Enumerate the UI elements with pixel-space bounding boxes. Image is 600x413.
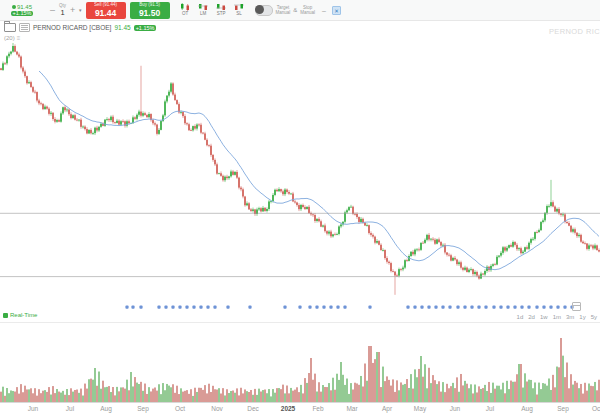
- range-1y-button[interactable]: 1y: [579, 314, 585, 320]
- change-badge: +1.15%: [11, 11, 34, 17]
- target-mode-label[interactable]: Manual: [276, 10, 291, 15]
- event-dot[interactable]: [125, 306, 128, 309]
- event-dot[interactable]: [549, 306, 552, 309]
- range-5y-button[interactable]: 5y: [591, 314, 597, 320]
- event-dot[interactable]: [492, 306, 495, 309]
- event-dot[interactable]: [420, 306, 423, 309]
- order-type-glyph-icon: [180, 3, 191, 11]
- event-dot[interactable]: [178, 306, 181, 309]
- event-dot[interactable]: [343, 306, 346, 309]
- buy-button[interactable]: Buy (91.5) 91.50: [130, 2, 170, 19]
- event-dot[interactable]: [368, 306, 371, 309]
- range-3m-button[interactable]: 3m: [566, 314, 574, 320]
- volume-pane-label: Real-Time: [3, 312, 37, 318]
- event-dot[interactable]: [499, 306, 502, 309]
- stop-mode-label[interactable]: Manual: [300, 10, 315, 15]
- range-1m-button[interactable]: 1m: [553, 314, 561, 320]
- event-dot[interactable]: [206, 306, 209, 309]
- event-dot[interactable]: [171, 306, 174, 309]
- event-dot[interactable]: [427, 306, 430, 309]
- ampersand-label: &: [293, 7, 297, 13]
- event-dot[interactable]: [164, 306, 167, 309]
- event-dot[interactable]: [329, 306, 332, 309]
- status-dot-icon: [12, 5, 16, 9]
- quantity-value[interactable]: 1: [60, 9, 64, 17]
- event-dot[interactable]: [527, 306, 530, 309]
- event-dot[interactable]: [248, 306, 251, 309]
- realtime-label: Real-Time: [10, 312, 37, 318]
- event-dot[interactable]: [413, 306, 416, 309]
- event-dot[interactable]: [542, 306, 545, 309]
- event-dot[interactable]: [185, 306, 188, 309]
- axis-month-label: Oct: [592, 405, 600, 412]
- watchlist-icon[interactable]: [19, 23, 30, 32]
- target-stop-controls: Target Manual & Stop Manual: [255, 5, 316, 16]
- axis-month-label: Jul: [486, 405, 495, 412]
- order-type-lm-button[interactable]: LM: [196, 3, 211, 17]
- target-stop-toggle[interactable]: [255, 5, 273, 16]
- event-dot[interactable]: [441, 306, 444, 309]
- event-dot[interactable]: [322, 306, 325, 309]
- x-axis-labels: JunJulAugSepOctNovDec2025FebMarAprMayJun…: [28, 405, 600, 413]
- buy-price: 91.50: [139, 9, 160, 18]
- price-lines: [0, 213, 600, 276]
- indicator-row: (20) ≡: [4, 35, 20, 41]
- axis-month-label: Sep: [137, 405, 149, 413]
- event-dot[interactable]: [157, 306, 160, 309]
- axis-month-label: Dec: [247, 405, 259, 412]
- quantity-stepper: – Qty 1 + ▾: [48, 4, 82, 16]
- event-dot[interactable]: [139, 306, 142, 309]
- event-dot[interactable]: [336, 306, 339, 309]
- event-dot[interactable]: [520, 306, 523, 309]
- quantity-caret-icon[interactable]: ▾: [79, 7, 82, 13]
- order-type-ot-button[interactable]: OT: [178, 3, 193, 17]
- event-dot[interactable]: [470, 306, 473, 309]
- order-type-stp-button[interactable]: STP: [214, 3, 229, 17]
- close-widget-button[interactable]: ✕: [332, 6, 341, 15]
- event-dot[interactable]: [315, 306, 318, 309]
- price-chart[interactable]: JunJulAugSepOctNovDec2025FebMarAprMayJun…: [0, 0, 600, 413]
- event-dot[interactable]: [308, 306, 311, 309]
- minimize-widget-button[interactable]: –: [322, 7, 326, 14]
- event-dot[interactable]: [298, 306, 301, 309]
- event-dot[interactable]: [283, 306, 286, 309]
- event-dot[interactable]: [448, 306, 451, 309]
- axis-month-label: Sep: [557, 405, 569, 413]
- event-dot[interactable]: [506, 306, 509, 309]
- quantity-minus-button[interactable]: –: [48, 6, 57, 15]
- event-dot[interactable]: [213, 306, 216, 309]
- event-dot[interactable]: [484, 306, 487, 309]
- event-dot[interactable]: [434, 306, 437, 309]
- event-dot[interactable]: [535, 306, 538, 309]
- event-dot[interactable]: [406, 306, 409, 309]
- trading-platform-window: 91.45 +1.15% – Qty 1 + ▾ Sell (91.44) 91…: [0, 0, 600, 413]
- instrument-name[interactable]: PERNOD RICARD [CBOE]: [33, 24, 111, 31]
- quantity-plus-button[interactable]: +: [68, 6, 77, 15]
- event-dot[interactable]: [192, 306, 195, 309]
- event-dot[interactable]: [556, 306, 559, 309]
- event-dot[interactable]: [226, 306, 229, 309]
- range-2d-button[interactable]: 2d: [528, 314, 535, 320]
- sell-button[interactable]: Sell (91.44) 91.44: [86, 2, 126, 19]
- sma-indicator-label[interactable]: (20): [4, 35, 15, 41]
- range-1d-button[interactable]: 1d: [517, 314, 524, 320]
- volume-icon: [3, 313, 8, 318]
- event-dot[interactable]: [563, 306, 566, 309]
- sma-line: [39, 71, 599, 270]
- event-dot[interactable]: [131, 306, 134, 309]
- instrument-price: 91.45: [114, 24, 130, 31]
- order-type-sl-button[interactable]: SL: [232, 3, 247, 17]
- event-dot[interactable]: [463, 306, 466, 309]
- axis-month-label: Apr: [382, 405, 393, 413]
- axis-month-label: Jul: [66, 405, 75, 412]
- range-1w-button[interactable]: 1w: [540, 314, 548, 320]
- indicator-menu-icon[interactable]: ≡: [17, 35, 21, 41]
- event-dot[interactable]: [513, 306, 516, 309]
- toggle-knob: [255, 5, 264, 14]
- event-dot[interactable]: [456, 306, 459, 309]
- event-dot[interactable]: [477, 306, 480, 309]
- calendar-icon[interactable]: [572, 302, 581, 311]
- axis-month-label: Oct: [175, 405, 185, 412]
- layout-folder-icon[interactable]: [4, 23, 16, 32]
- event-dot[interactable]: [199, 306, 202, 309]
